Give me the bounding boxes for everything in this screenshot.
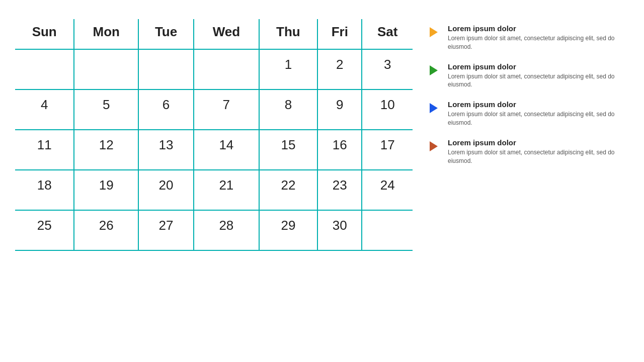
calendar-table: SunMonTueWedThuFriSat 123456789101112131… xyxy=(15,19,413,251)
chevron-right-icon xyxy=(428,25,442,39)
calendar-cell: 11 xyxy=(15,130,74,170)
chevron-right-icon xyxy=(428,139,442,153)
calendar-row: 252627282930 xyxy=(15,210,413,250)
calendar-header-wed: Wed xyxy=(194,19,259,49)
calendar-cell: 28 xyxy=(194,210,259,250)
calendar-cell: 19 xyxy=(74,170,138,210)
sidebar-item-3: Lorem ipsum dolorLorem ipsum dolor sit a… xyxy=(428,138,629,165)
sidebar-item-title: Lorem ipsum dolor xyxy=(448,100,629,109)
calendar-cell: 9 xyxy=(317,89,362,130)
calendar-cell: 10 xyxy=(362,89,413,130)
calendar-cell: 6 xyxy=(138,89,194,130)
svg-marker-1 xyxy=(430,65,438,75)
calendar-cell xyxy=(362,210,413,250)
svg-marker-2 xyxy=(430,103,438,113)
calendar-row: 11121314151617 xyxy=(15,130,413,170)
calendar-cell: 20 xyxy=(138,170,194,210)
sidebar-item-1: Lorem ipsum dolorLorem ipsum dolor sit a… xyxy=(428,62,629,89)
calendar-row: 45678910 xyxy=(15,89,413,130)
calendar-cell xyxy=(138,49,194,89)
calendar-cell xyxy=(194,49,259,89)
sidebar: Lorem ipsum dolorLorem ipsum dolor sit a… xyxy=(428,24,629,165)
calendar-cell xyxy=(15,49,74,89)
calendar-header-sat: Sat xyxy=(362,19,413,49)
calendar-cell: 18 xyxy=(15,170,74,210)
sidebar-item-0: Lorem ipsum dolorLorem ipsum dolor sit a… xyxy=(428,24,629,51)
sidebar-text: Lorem ipsum dolorLorem ipsum dolor sit a… xyxy=(448,62,629,89)
calendar-cell: 22 xyxy=(259,170,317,210)
calendar-cell: 16 xyxy=(317,130,362,170)
main-content: SunMonTueWedThuFriSat 123456789101112131… xyxy=(15,19,629,251)
sidebar-text: Lorem ipsum dolorLorem ipsum dolor sit a… xyxy=(448,138,629,165)
calendar-cell: 14 xyxy=(194,130,259,170)
calendar-cell: 17 xyxy=(362,130,413,170)
chevron-right-icon xyxy=(428,63,442,77)
calendar-cell xyxy=(74,49,138,89)
calendar-cell: 25 xyxy=(15,210,74,250)
calendar-cell: 26 xyxy=(74,210,138,250)
calendar-row: 18192021222324 xyxy=(15,170,413,210)
sidebar-item-2: Lorem ipsum dolorLorem ipsum dolor sit a… xyxy=(428,100,629,127)
calendar-cell: 12 xyxy=(74,130,138,170)
sidebar-item-description: Lorem ipsum dolor sit amet, consectetur … xyxy=(448,72,629,89)
calendar-cell: 1 xyxy=(259,49,317,89)
svg-marker-0 xyxy=(430,27,438,37)
calendar-cell: 30 xyxy=(317,210,362,250)
sidebar-text: Lorem ipsum dolorLorem ipsum dolor sit a… xyxy=(448,100,629,127)
calendar-cell: 5 xyxy=(74,89,138,130)
calendar-cell: 2 xyxy=(317,49,362,89)
calendar-cell: 3 xyxy=(362,49,413,89)
calendar-cell: 24 xyxy=(362,170,413,210)
calendar-header-tue: Tue xyxy=(138,19,194,49)
calendar-cell: 21 xyxy=(194,170,259,210)
calendar-cell: 13 xyxy=(138,130,194,170)
calendar-row: 123 xyxy=(15,49,413,89)
sidebar-item-description: Lorem ipsum dolor sit amet, consectetur … xyxy=(448,34,629,51)
calendar-cell: 4 xyxy=(15,89,74,130)
svg-marker-3 xyxy=(430,141,438,151)
calendar-cell: 8 xyxy=(259,89,317,130)
sidebar-item-description: Lorem ipsum dolor sit amet, consectetur … xyxy=(448,110,629,127)
sidebar-item-description: Lorem ipsum dolor sit amet, consectetur … xyxy=(448,148,629,165)
sidebar-item-title: Lorem ipsum dolor xyxy=(448,138,629,147)
chevron-right-icon xyxy=(428,101,442,115)
calendar-cell: 23 xyxy=(317,170,362,210)
calendar-cell: 7 xyxy=(194,89,259,130)
calendar-header-mon: Mon xyxy=(74,19,138,49)
calendar-cell: 15 xyxy=(259,130,317,170)
calendar-section: SunMonTueWedThuFriSat 123456789101112131… xyxy=(15,19,413,251)
sidebar-item-title: Lorem ipsum dolor xyxy=(448,62,629,71)
calendar-header-fri: Fri xyxy=(317,19,362,49)
calendar-header-sun: Sun xyxy=(15,19,74,49)
calendar-cell: 29 xyxy=(259,210,317,250)
sidebar-item-title: Lorem ipsum dolor xyxy=(448,24,629,33)
sidebar-text: Lorem ipsum dolorLorem ipsum dolor sit a… xyxy=(448,24,629,51)
calendar-header-thu: Thu xyxy=(259,19,317,49)
calendar-cell: 27 xyxy=(138,210,194,250)
